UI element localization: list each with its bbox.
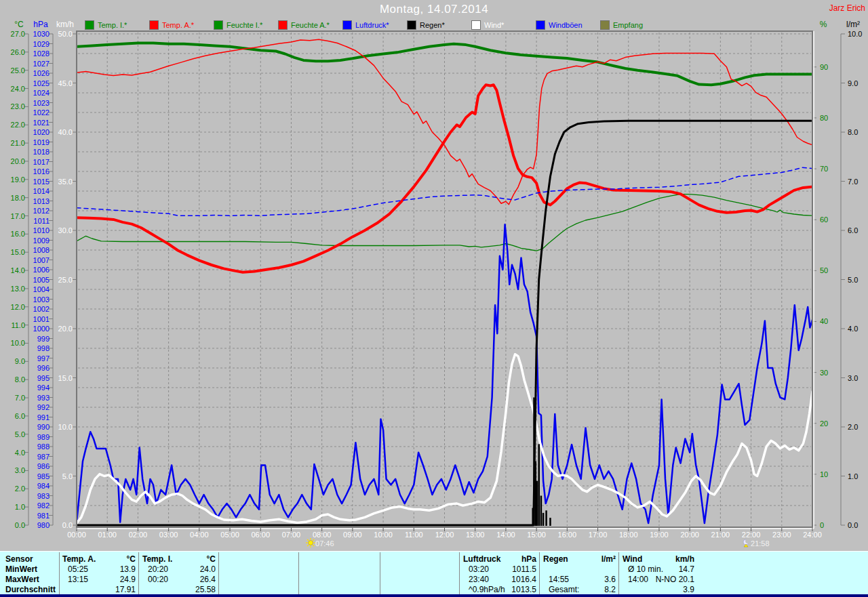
svg-text:3.0: 3.0 [15,466,25,474]
svg-text:4.0: 4.0 [848,325,858,333]
legend-item-regen[interactable]: Regen* [407,20,445,30]
svg-text:16.0: 16.0 [11,230,25,238]
table-cell-value: N-NO 20.1 [613,575,694,584]
table-cell-value: 25.58 [134,585,216,594]
column-unit: hPa [455,554,536,564]
svg-text:25.0: 25.0 [11,66,25,75]
svg-text:1023: 1023 [33,99,50,107]
legend-item-wind[interactable]: Wind* [471,20,504,30]
svg-text:990: 990 [37,423,50,431]
svg-text:40.0: 40.0 [58,128,73,136]
svg-text:987: 987 [37,453,50,461]
table-cell-value: 17.91 [54,585,136,594]
svg-text:8.0: 8.0 [848,128,858,136]
svg-text:10:00: 10:00 [374,531,393,539]
sunrise-marker: 07:46 [306,538,334,548]
svg-text:1002: 1002 [33,305,50,313]
legend-label: Windböen [549,21,583,29]
svg-text:0: 0 [820,521,824,529]
svg-text:19:00: 19:00 [650,531,669,539]
legend-swatch [342,20,352,30]
svg-text:999: 999 [37,335,50,343]
column-unit: °C [134,554,216,564]
legend-label: Feuchte I.* [226,21,262,29]
row-header: Durchschnitt [5,585,56,594]
svg-text:45.0: 45.0 [58,79,73,87]
legend-item-temp-i[interactable]: Temp. I.* [85,20,127,30]
svg-text:30.0: 30.0 [58,226,73,234]
table-cell-value: 24.0 [134,564,216,574]
svg-text:1028: 1028 [33,49,50,58]
svg-text:60: 60 [820,215,828,224]
svg-text:7.0: 7.0 [15,394,25,402]
table-cell-value: 24.9 [54,575,136,584]
sun-time-label: 21:58 [751,539,770,548]
table-separator [380,552,380,594]
svg-text:1010: 1010 [33,226,50,234]
legend-item-luftdruck[interactable]: Luftdruck* [342,20,389,30]
legend-item-empfang[interactable]: Empfang [600,20,643,30]
svg-text:21.0: 21.0 [11,139,25,147]
svg-text:1012: 1012 [33,207,50,215]
svg-text:20: 20 [820,419,828,428]
svg-text:23.0: 23.0 [11,102,25,110]
legend-swatch [85,20,94,30]
svg-text:20.0: 20.0 [11,157,25,165]
svg-text:991: 991 [37,413,50,421]
svg-text:26.0: 26.0 [11,48,25,56]
legend-label: Temp. A.* [162,21,194,29]
svg-text:20.0: 20.0 [58,325,73,333]
svg-text:1000: 1000 [33,325,50,333]
svg-text:12:00: 12:00 [435,531,454,539]
legend-item-temp-a[interactable]: Temp. A.* [149,20,194,30]
column-unit: °C [54,554,136,564]
legend-item-feuchte-i[interactable]: Feuchte I.* [214,20,262,30]
table-cell-value: 8.2 [534,585,616,594]
legend-swatch [536,20,545,30]
svg-text:11.0: 11.0 [11,321,25,329]
svg-text:23:00: 23:00 [772,531,791,539]
svg-text:6.0: 6.0 [848,226,858,234]
svg-text:07:00: 07:00 [282,531,301,539]
svg-text:15:00: 15:00 [527,531,546,539]
svg-text:17:00: 17:00 [589,531,608,539]
svg-text:15.0: 15.0 [58,374,73,382]
svg-text:1009: 1009 [33,236,50,245]
svg-text:9.0: 9.0 [848,79,858,87]
svg-text:30: 30 [820,369,828,377]
table-cell-value: 1013.5 [455,585,536,594]
svg-text:995: 995 [37,374,50,382]
svg-text:5.0: 5.0 [62,472,73,480]
svg-text:13.0: 13.0 [11,285,25,293]
svg-text:25.0: 25.0 [58,276,73,284]
legend-swatch [600,20,610,30]
svg-text:22.0: 22.0 [11,121,25,129]
svg-text:35.0: 35.0 [58,178,73,186]
legend-swatch [149,20,159,30]
legend-item-feuchte-a[interactable]: Feuchte A.* [278,20,330,30]
legend-item-windb-en[interactable]: Windböen [536,20,583,30]
svg-text:24:00: 24:00 [803,531,822,539]
svg-text:1015: 1015 [33,178,50,186]
column-unit: km/h [613,554,694,564]
legend-swatch [214,20,223,30]
svg-text:1026: 1026 [33,69,50,77]
series-feuchte-i [77,194,812,251]
svg-text:1018: 1018 [33,148,50,156]
svg-text:3.0: 3.0 [848,374,858,382]
svg-text:1019: 1019 [33,138,50,146]
svg-text:80: 80 [820,114,828,122]
svg-text:1005: 1005 [33,276,50,284]
svg-text:14:00: 14:00 [496,531,515,539]
axis-degC: 0.01.02.03.04.05.06.07.08.09.010.011.012… [11,30,28,529]
bottom-strip [0,594,868,597]
legend-swatch [407,20,416,30]
svg-text:13:00: 13:00 [466,531,485,539]
svg-text:70: 70 [820,165,828,173]
svg-text:1011: 1011 [33,217,50,225]
column-unit: l/m² [534,554,616,564]
svg-text:1.0: 1.0 [15,503,25,511]
svg-text:998: 998 [37,344,50,352]
table-separator [218,552,219,594]
svg-text:24.0: 24.0 [11,85,25,93]
